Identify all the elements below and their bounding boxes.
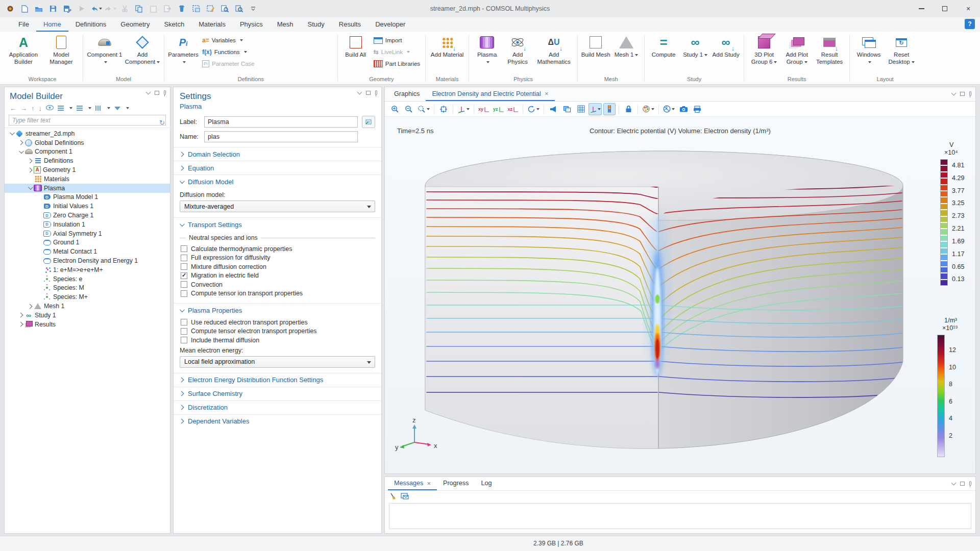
- back-icon[interactable]: ←: [10, 105, 16, 112]
- tree-expander-icon[interactable]: [10, 131, 15, 136]
- part-libraries-button[interactable]: Part Libraries: [372, 59, 422, 69]
- parameters-button[interactable]: PiParameters: [167, 33, 199, 66]
- save-as-button[interactable]: [61, 3, 74, 15]
- section-header[interactable]: Diffusion Model: [174, 175, 381, 188]
- tree-filter-input[interactable]: [9, 117, 165, 124]
- find-button[interactable]: [218, 3, 231, 15]
- new-file-button[interactable]: [18, 3, 31, 15]
- cut-button[interactable]: [118, 3, 131, 15]
- graphics-tab[interactable]: Graphics: [388, 87, 426, 101]
- clear-selection-button[interactable]: [204, 3, 216, 15]
- close-button[interactable]: ×: [957, 0, 980, 17]
- reset-desktop-button[interactable]: ↻Reset Desktop: [886, 33, 917, 66]
- menu-item[interactable]: Definitions: [68, 17, 114, 32]
- rename-button[interactable]: [362, 116, 375, 128]
- tree-expander-icon[interactable]: [28, 304, 33, 309]
- checkbox[interactable]: [181, 272, 187, 279]
- show-color-legend-icon[interactable]: [603, 103, 616, 115]
- plot-area[interactable]: Time=2.5 ns Contour: Electric potential …: [385, 117, 975, 473]
- tree-item[interactable]: Plasma: [5, 184, 170, 193]
- tab-close-icon[interactable]: ×: [545, 90, 549, 97]
- undo-button[interactable]: [90, 3, 102, 15]
- variables-button[interactable]: a=Variables: [200, 35, 257, 45]
- duplicate-button[interactable]: [161, 3, 174, 15]
- tree-item[interactable]: Species: M: [5, 284, 170, 293]
- move-down-icon[interactable]: ↓: [39, 105, 42, 112]
- component1-button[interactable]: Component 1: [86, 33, 123, 66]
- email-log-icon[interactable]: [401, 493, 409, 501]
- menu-item[interactable]: Mesh: [270, 17, 301, 32]
- clear-messages-icon[interactable]: [390, 493, 397, 502]
- checkbox[interactable]: [181, 337, 187, 343]
- panel-pin-icon[interactable]: [164, 90, 166, 95]
- compute-button[interactable]: =Compute: [648, 33, 679, 59]
- windows-button[interactable]: Windows: [853, 33, 885, 66]
- view-xy-icon[interactable]: xy: [477, 103, 491, 115]
- default-view-icon[interactable]: [456, 103, 471, 115]
- snapshot-icon[interactable]: [677, 103, 690, 115]
- zoom-box-icon[interactable]: [416, 103, 431, 115]
- expand-all-icon[interactable]: [77, 106, 83, 111]
- show-axes-icon[interactable]: [589, 103, 602, 115]
- menu-item[interactable]: Developer: [368, 17, 412, 32]
- checkbox[interactable]: [181, 255, 187, 261]
- menu-item[interactable]: Results: [332, 17, 368, 32]
- application-builder-button[interactable]: AApplication Builder: [5, 33, 42, 66]
- section-header[interactable]: Surface Chemistry: [174, 387, 381, 400]
- messages-content[interactable]: [389, 503, 971, 529]
- messages-tab[interactable]: Log: [475, 477, 498, 490]
- tree-expander-icon[interactable]: [18, 322, 23, 327]
- functions-button[interactable]: f(x)Functions: [200, 47, 257, 57]
- show-icon[interactable]: [46, 105, 54, 112]
- tree-expander-icon[interactable]: [18, 140, 23, 145]
- tree-item[interactable]: Definitions: [5, 156, 170, 165]
- tree-expander-icon[interactable]: [19, 148, 24, 154]
- panel-menu-icon[interactable]: [951, 480, 957, 485]
- redo-button[interactable]: [104, 3, 116, 15]
- study1-button[interactable]: ∞Study 1: [680, 33, 710, 59]
- mesh1-button[interactable]: Mesh 1: [611, 33, 641, 59]
- zoom-extents-icon[interactable]: [437, 103, 450, 115]
- panel-pin-icon[interactable]: [969, 91, 971, 96]
- collapse-all-icon[interactable]: [58, 106, 64, 111]
- qat-overflow-button[interactable]: [247, 3, 259, 15]
- tree-item[interactable]: Metal Contact 1: [5, 247, 170, 256]
- select-block-button[interactable]: [190, 3, 202, 15]
- add-component-button[interactable]: Add Component: [124, 33, 161, 66]
- checkbox[interactable]: [181, 281, 187, 288]
- menu-item[interactable]: Materials: [191, 17, 233, 32]
- checkbox[interactable]: [181, 263, 187, 270]
- mean-energy-select[interactable]: Local field approximation: [180, 356, 375, 368]
- paste-button[interactable]: [147, 3, 159, 15]
- panel-pin-icon[interactable]: [375, 90, 377, 95]
- tab-close-icon[interactable]: ×: [427, 480, 431, 487]
- model-tree-nodes-icon[interactable]: [95, 106, 102, 111]
- tree-item[interactable]: Plasma Model 1: [5, 193, 170, 202]
- tree-expander-icon[interactable]: [28, 158, 33, 163]
- model-manager-button[interactable]: Model Manager: [43, 33, 80, 66]
- section-header[interactable]: Plasma Properties: [174, 304, 381, 317]
- panel-float-icon[interactable]: [960, 482, 965, 486]
- section-header[interactable]: Electron Energy Distribution Function Se…: [174, 373, 381, 387]
- print-icon[interactable]: [691, 103, 703, 115]
- panel-menu-icon[interactable]: [357, 89, 362, 94]
- forward-icon[interactable]: →: [20, 105, 27, 112]
- save-button[interactable]: [47, 3, 59, 15]
- section-header[interactable]: Domain Selection: [174, 147, 381, 161]
- tree-item[interactable]: Axial Symmetry 1: [5, 229, 170, 238]
- tree-item[interactable]: Global Definitions: [5, 138, 170, 147]
- transparency-icon[interactable]: [561, 103, 573, 115]
- filter-icon[interactable]: [114, 107, 120, 110]
- tree-expander-icon[interactable]: [28, 167, 33, 172]
- help-button[interactable]: ?: [965, 19, 975, 29]
- add-study-button[interactable]: ∞↓Add Study: [711, 33, 741, 59]
- build-all-button[interactable]: Build All: [341, 33, 371, 59]
- tree-item[interactable]: Results: [5, 320, 170, 329]
- tree-item[interactable]: Species: M+: [5, 292, 170, 302]
- menu-item[interactable]: File: [11, 17, 36, 32]
- view-yz-icon[interactable]: yz: [492, 103, 505, 115]
- copy-button[interactable]: [133, 3, 145, 15]
- open-file-button[interactable]: [33, 3, 45, 15]
- panel-menu-icon[interactable]: [146, 89, 151, 94]
- name-field-input[interactable]: [204, 131, 358, 142]
